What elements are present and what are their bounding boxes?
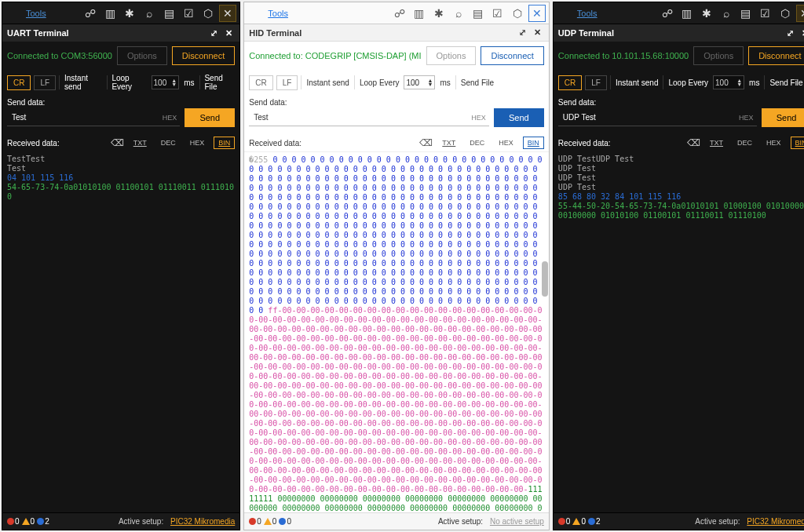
send-button[interactable]: Send	[185, 108, 235, 127]
loop-interval-input[interactable]: 100▲▼	[404, 75, 435, 89]
status-errors[interactable]: 0	[7, 517, 20, 526]
hex-toggle[interactable]: HEX	[163, 114, 177, 122]
active-setup-value[interactable]: PIC32 Mikromedia	[170, 517, 235, 526]
close-icon[interactable]: ✕	[799, 28, 804, 38]
spin-arrows-icon[interactable]: ▲▼	[736, 78, 742, 86]
cr-toggle[interactable]: CR	[7, 75, 31, 90]
tools-link[interactable]: Tools	[244, 9, 391, 18]
library-icon[interactable]: ▥	[411, 5, 428, 22]
file-icon[interactable]: ▤	[737, 5, 755, 22]
tools-icon[interactable]: ✕	[528, 5, 546, 22]
cube-icon[interactable]: ⬡	[777, 5, 794, 22]
clear-icon[interactable]: ⌫	[687, 137, 700, 148]
disconnect-button[interactable]: Disconnect	[481, 46, 543, 65]
send-data-input[interactable]: Test HEX	[249, 109, 489, 126]
file-icon[interactable]: ▤	[470, 5, 487, 22]
status-warnings[interactable]: 0	[22, 517, 35, 526]
check-icon[interactable]: ☑	[180, 5, 197, 22]
close-icon[interactable]: ✕	[532, 27, 544, 38]
format-hex[interactable]: HEX	[185, 137, 210, 149]
search-icon[interactable]: ⌕	[450, 5, 467, 22]
search-icon[interactable]: ⌕	[141, 5, 158, 22]
cube-icon[interactable]: ⬡	[199, 5, 217, 22]
send-file-button[interactable]: Send File	[459, 78, 495, 87]
spin-arrows-icon[interactable]: ▲▼	[428, 78, 433, 86]
close-icon[interactable]: ✕	[222, 28, 235, 38]
status-info[interactable]: 2	[588, 517, 601, 526]
instant-send-label[interactable]: Instant send	[614, 78, 660, 87]
graph-icon[interactable]: ☍	[391, 5, 408, 22]
format-dec[interactable]: DEC	[733, 137, 757, 149]
status-warnings[interactable]: 0	[572, 517, 586, 526]
bug-icon[interactable]: ✱	[698, 5, 715, 22]
format-dec[interactable]: DEC	[156, 137, 181, 149]
scrollbar[interactable]	[542, 155, 548, 509]
disconnect-button[interactable]: Disconnect	[748, 46, 804, 65]
format-hex[interactable]: HEX	[762, 137, 786, 149]
connection-row: Connected to COM3:56000 Options Disconne…	[2, 42, 239, 70]
options-button[interactable]: Options	[426, 46, 477, 65]
cr-toggle[interactable]: CR	[558, 75, 582, 90]
graph-icon[interactable]: ☍	[82, 5, 99, 22]
loop-interval-input[interactable]: 100▲▼	[713, 75, 744, 89]
send-file-button[interactable]: Send File	[768, 78, 804, 87]
send-button[interactable]: Send	[762, 108, 804, 127]
cr-toggle[interactable]: CR	[249, 75, 272, 90]
disconnect-button[interactable]: Disconnect	[172, 46, 235, 65]
library-icon[interactable]: ▥	[678, 5, 696, 22]
bug-icon[interactable]: ✱	[430, 5, 448, 22]
statusbar: 0 0 2 Active setup: PIC32 Mikromedia	[554, 512, 804, 530]
send-data-input[interactable]: UDP Test HEX	[558, 109, 757, 126]
send-button[interactable]: Send	[494, 108, 544, 127]
spin-arrows-icon[interactable]: ▲▼	[171, 78, 177, 86]
format-txt[interactable]: TXT	[129, 137, 152, 149]
instant-send-label[interactable]: Instant send	[305, 78, 350, 87]
expand-icon[interactable]: ⤢	[207, 28, 220, 38]
status-info[interactable]: 2	[37, 517, 49, 526]
lf-toggle[interactable]: LF	[585, 75, 607, 90]
terminal-titlebar: HID Terminal ⤢ ✕	[244, 24, 549, 42]
format-txt[interactable]: TXT	[705, 137, 728, 149]
graph-icon[interactable]: ☍	[659, 5, 676, 22]
format-bin[interactable]: BIN	[791, 137, 804, 149]
expand-icon[interactable]: ⤢	[784, 28, 797, 38]
lf-toggle[interactable]: LF	[276, 75, 298, 90]
status-errors[interactable]: 0	[249, 517, 261, 526]
bug-icon[interactable]: ✱	[121, 5, 138, 22]
search-icon[interactable]: ⌕	[718, 5, 735, 22]
clear-icon[interactable]: ⌫	[111, 137, 124, 148]
status-info[interactable]: 0	[279, 517, 291, 526]
received-data-area[interactable]: �255 0 0 0 0 0 0 0 0 0 0 0 0 0 0 0 0 0 0…	[244, 151, 549, 512]
active-setup-value[interactable]: PIC32 Mikromedia	[747, 517, 804, 526]
tools-link[interactable]: Tools	[2, 9, 82, 18]
tools-link[interactable]: Tools	[554, 9, 659, 18]
clear-icon[interactable]: ⌫	[419, 137, 433, 148]
lf-toggle[interactable]: LF	[34, 75, 56, 90]
loop-interval-input[interactable]: 100▲▼	[152, 75, 180, 89]
status-errors[interactable]: 0	[558, 517, 571, 526]
options-button[interactable]: Options	[117, 46, 167, 65]
expand-icon[interactable]: ⤢	[517, 27, 529, 38]
format-txt[interactable]: TXT	[437, 137, 460, 149]
options-button[interactable]: Options	[693, 46, 744, 65]
library-icon[interactable]: ▥	[101, 5, 119, 22]
file-icon[interactable]: ▤	[160, 5, 177, 22]
format-bin[interactable]: BIN	[523, 137, 544, 149]
send-file-button[interactable]: Send File	[203, 74, 235, 91]
tools-icon[interactable]: ✕	[796, 5, 804, 22]
received-data-area[interactable]: TestTest Test 04 101 115 116 54-65-73-74…	[2, 151, 239, 512]
received-data-area[interactable]: UDP TestUDP Test UDP Test UDP Test UDP T…	[554, 151, 804, 512]
active-setup-value[interactable]: No active setup	[490, 517, 544, 526]
hex-toggle[interactable]: HEX	[739, 114, 754, 122]
hex-toggle[interactable]: HEX	[471, 114, 486, 122]
format-dec[interactable]: DEC	[465, 137, 489, 149]
status-warnings[interactable]: 0	[264, 517, 277, 526]
send-data-input[interactable]: Test HEX	[7, 109, 180, 126]
check-icon[interactable]: ☑	[757, 5, 774, 22]
instant-send-label[interactable]: Instant send	[63, 74, 104, 91]
tools-icon[interactable]: ✕	[219, 5, 236, 22]
format-hex[interactable]: HEX	[494, 137, 518, 149]
cube-icon[interactable]: ⬡	[509, 5, 526, 22]
format-bin[interactable]: BIN	[214, 137, 235, 149]
check-icon[interactable]: ☑	[489, 5, 506, 22]
